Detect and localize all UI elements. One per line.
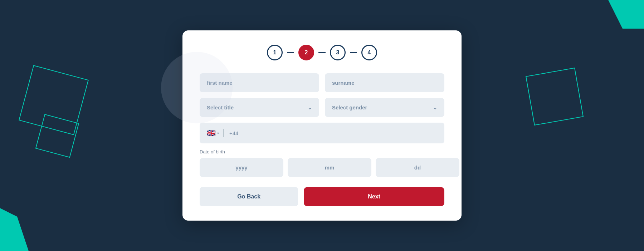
- select-title-dropdown[interactable]: Select title ⌄: [200, 98, 319, 117]
- bg-decoration-3: [526, 68, 584, 126]
- flag-dropdown-icon: ▾: [217, 131, 219, 135]
- step-line-3: [350, 52, 357, 53]
- dob-row: [200, 158, 444, 177]
- next-button[interactable]: Next: [304, 187, 444, 206]
- phone-code-display: +44: [229, 130, 238, 136]
- step-1[interactable]: 1: [267, 45, 283, 60]
- surname-input[interactable]: [325, 73, 444, 92]
- uk-flag-icon: 🇬🇧: [207, 129, 216, 137]
- select-gender-label: Select gender: [332, 104, 367, 110]
- phone-row: 🇬🇧 ▾ +44: [200, 123, 444, 143]
- dob-year-input[interactable]: [200, 158, 283, 177]
- chevron-down-icon: ⌄: [308, 105, 312, 110]
- chevron-down-icon-2: ⌄: [433, 105, 437, 110]
- bg-teal-corner-top: [608, 0, 644, 29]
- step-line-2: [318, 52, 326, 53]
- go-back-button[interactable]: Go Back: [200, 187, 298, 206]
- dob-label: Date of birth: [200, 149, 444, 154]
- bg-decoration-1: [19, 65, 89, 135]
- step-2-active[interactable]: 2: [298, 45, 314, 60]
- step-3[interactable]: 3: [330, 45, 346, 60]
- action-buttons: Go Back Next: [200, 187, 444, 206]
- dob-month-input[interactable]: [288, 158, 371, 177]
- bg-decoration-2: [35, 114, 79, 158]
- title-gender-row: Select title ⌄ Select gender ⌄: [200, 98, 444, 117]
- step-line-1: [287, 52, 294, 53]
- step-indicator: 1 2 3 4: [200, 45, 444, 60]
- bg-teal-corner-bottom: [0, 208, 29, 251]
- select-gender-dropdown[interactable]: Select gender ⌄: [325, 98, 444, 117]
- select-title-label: Select title: [207, 104, 234, 110]
- phone-divider: [223, 129, 224, 137]
- first-name-input[interactable]: [200, 73, 319, 92]
- step-4[interactable]: 4: [361, 45, 377, 60]
- dob-day-input[interactable]: [376, 158, 459, 177]
- name-row: [200, 73, 444, 92]
- modal-card: 1 2 3 4 Select title ⌄ Select gender ⌄: [182, 30, 462, 221]
- flag-country-selector[interactable]: 🇬🇧 ▾: [207, 129, 223, 137]
